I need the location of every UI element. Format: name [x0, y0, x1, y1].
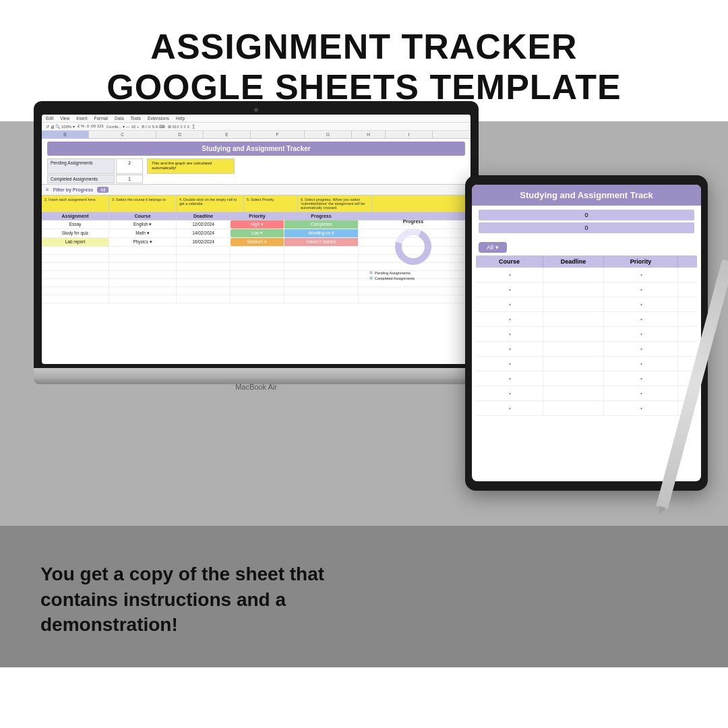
ss-filter-row: ≡ Filter by Progress All [42, 184, 471, 195]
laptop-spreadsheet: Edit View Insert Format Data Tools Exten… [42, 115, 471, 364]
tablet-screen: Studying and Assignment Track 0 0 All ▾ … [472, 185, 701, 481]
laptop-base [34, 368, 479, 379]
tablet-sheet-title: Studying and Assignment Track [472, 185, 701, 206]
ss-chart-legend: Pending Assignments Completed Assignment… [369, 271, 457, 280]
list-item: ▾ ▾ [476, 342, 697, 357]
ss-note: This and the graph are calculated automa… [147, 158, 235, 175]
ss-completed-row: Completed Assignments 1 [47, 175, 465, 183]
tablet-filter-button[interactable]: All ▾ [479, 242, 507, 253]
ss-menubar: Edit View Insert Format Data Tools Exten… [42, 115, 471, 123]
laptop-mockup: Edit View Insert Format Data Tools Exten… [34, 101, 479, 384]
list-item: ▾ ▾ [476, 282, 697, 297]
laptop-camera [254, 108, 258, 112]
list-item: ▾ ▾ [476, 312, 697, 327]
tablet-mockup: Studying and Assignment Track 0 0 All ▾ … [465, 175, 708, 491]
list-item: ▾ ▾ [476, 371, 697, 386]
ss-toolbar: ↺ 🖨 🔍 100% ▾ £ % .0 .00 123 Comfo... ▾ —… [42, 123, 471, 131]
laptop-screen-outer: Edit View Insert Format Data Tools Exten… [34, 101, 479, 368]
ss-col-headers: B C D E F G H I [42, 131, 471, 139]
list-item: ▾ ▾ [476, 386, 697, 401]
ss-main-content: Pending Assignments 2 This and the graph… [42, 158, 471, 184]
tablet-table-rows: ▾ ▾ ▾ ▾ ▾ ▾ ▾ [476, 268, 697, 416]
list-item: ▾ ▾ [476, 357, 697, 371]
bottom-section: You get a copy of the sheet that contain… [0, 526, 728, 667]
tablet-outer: Studying and Assignment Track 0 0 All ▾ … [465, 175, 708, 491]
ss-sheet-title: Studying and Assignment Tracker [47, 142, 465, 156]
ss-instructions: 2. Insert each assignment here. 3. Selec… [42, 195, 471, 212]
ss-body-wrapper: Studying and Assignment Tracker Pending … [42, 142, 471, 364]
progress-donut-chart [393, 226, 433, 267]
tablet-table-headers: Course Deadline Priority [476, 255, 697, 268]
list-item: ▾ ▾ [476, 327, 697, 342]
ss-pending-row: Pending Assignments 2 This and the graph… [47, 158, 465, 175]
page-title: ASSIGNMENT TRACKER GOOGLE SHEETS TEMPLAT… [40, 27, 688, 108]
list-item: ▾ ▾ [476, 268, 697, 282]
list-item: ▾ ▾ [476, 297, 697, 312]
table-row [42, 295, 471, 303]
tablet-stats: 0 0 [472, 206, 701, 237]
ss-chart: Progress Pending Assignments [369, 219, 457, 282]
pencil-tip [656, 506, 666, 516]
middle-section: Edit View Insert Format Data Tools Exten… [0, 121, 728, 526]
laptop-screen-inner: Edit View Insert Format Data Tools Exten… [42, 115, 471, 364]
list-item: ▾ ▾ [476, 401, 697, 416]
bottom-text: You get a copy of the sheet that contain… [40, 562, 377, 638]
table-row [42, 287, 471, 295]
tablet-filter-row: All ▾ [472, 237, 701, 255]
